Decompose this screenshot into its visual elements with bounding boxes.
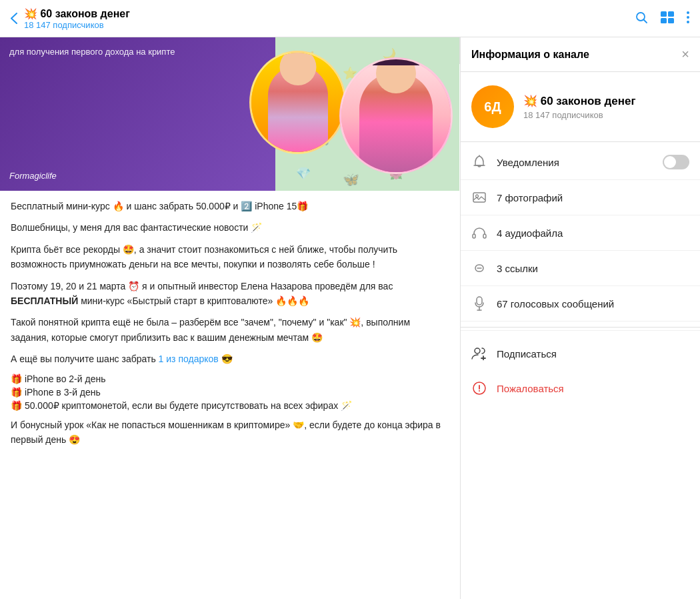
voice-item[interactable]: 67 голосовых сообщений — [461, 286, 700, 322]
main-container: 🍼 ⭐ 🌙 🐠 🌸 ⚡ 🎵 🎀 ✨ 💎 🦋 🌺 для получения пе… — [0, 37, 700, 599]
gift-item-2: 🎁 iPhone в 3-й день — [11, 387, 449, 398]
svg-point-21 — [476, 195, 479, 197]
svg-point-25 — [475, 348, 480, 354]
report-item[interactable]: Пожаловаться — [461, 371, 700, 406]
svg-text:🍼: 🍼 — [296, 50, 315, 68]
svg-text:⚡: ⚡ — [396, 87, 409, 100]
info-panel: Информация о канале × 6Д 💥 60 законов де… — [460, 37, 700, 599]
banner-logo: Formagiclife — [9, 169, 57, 181]
message-2: Волшебницы, у меня для вас фантастически… — [11, 220, 449, 235]
microphone-icon — [471, 295, 487, 312]
photos-item[interactable]: 7 фотографий — [461, 180, 700, 215]
close-button[interactable]: × — [681, 47, 689, 62]
audio-label: 4 аудиофайла — [497, 227, 689, 239]
back-button[interactable] — [11, 13, 17, 24]
channel-subscriber-count: 18 147 подписчиков — [24, 20, 635, 30]
photo-icon — [471, 189, 487, 205]
gift-item-1: 🎁 iPhone во 2-й день — [11, 374, 449, 384]
notifications-item[interactable]: Уведомления — [461, 145, 700, 180]
iphone-text: iPhone — [255, 201, 284, 211]
header-actions — [635, 11, 689, 27]
chat-messages[interactable]: Бесплатный мини-курс 🔥 и шанс забрать 50… — [0, 191, 459, 599]
subscribe-label: Подписаться — [497, 348, 557, 360]
svg-rect-23 — [483, 234, 486, 238]
gifts-list: 🎁 iPhone во 2-й день 🎁 iPhone в 3-й день… — [11, 374, 449, 411]
svg-text:🐠: 🐠 — [303, 91, 319, 107]
link-icon — [471, 260, 487, 276]
svg-text:🎵: 🎵 — [316, 133, 331, 147]
message-6: А ещё вы получите шанс забрать 1 из пода… — [11, 352, 449, 366]
svg-point-6 — [687, 16, 689, 19]
svg-rect-2 — [668, 11, 674, 17]
message-4: Поэтому 19, 20 и 21 марта ⏰ я и опытный … — [11, 279, 449, 309]
svg-text:🦋: 🦋 — [343, 171, 359, 187]
info-panel-title: Информация о канале — [471, 49, 589, 61]
voice-label: 67 голосовых сообщений — [497, 298, 689, 310]
svg-text:🌸: 🌸 — [356, 99, 371, 114]
banner-image: 🍼 ⭐ 🌙 🐠 🌸 ⚡ 🎵 🎀 ✨ 💎 🦋 🌺 для получения пе… — [0, 37, 459, 191]
channel-profile: 6Д 💥 60 законов денег 18 147 подписчиков — [461, 72, 700, 142]
report-icon — [471, 380, 487, 396]
svg-rect-20 — [473, 193, 485, 202]
svg-rect-22 — [473, 234, 475, 238]
action-section: Подписаться Пожаловаться — [461, 330, 700, 411]
svg-text:💎: 💎 — [296, 166, 311, 181]
notifications-toggle[interactable] — [663, 155, 689, 169]
svg-text:⭐: ⭐ — [343, 66, 358, 81]
svg-text:✨: ✨ — [396, 127, 409, 140]
svg-rect-1 — [661, 11, 667, 17]
svg-text:🎀: 🎀 — [363, 137, 381, 155]
notifications-label: Уведомления — [497, 157, 653, 168]
chat-panel: 🍼 ⭐ 🌙 🐠 🌸 ⚡ 🎵 🎀 ✨ 💎 🦋 🌺 для получения пе… — [0, 37, 459, 599]
audio-item[interactable]: 4 аудиофайла — [461, 215, 700, 251]
svg-point-5 — [687, 11, 689, 14]
channel-header-info: 💥 60 законов денег 18 147 подписчиков — [24, 7, 635, 30]
channel-subscribers: 18 147 подписчиков — [523, 110, 636, 120]
banner-top-text: для получения первого дохода на крипте — [9, 45, 175, 59]
app-header: 💥 60 законов денег 18 147 подписчиков — [0, 0, 700, 37]
search-button[interactable] — [635, 11, 648, 27]
svg-rect-24 — [477, 297, 482, 305]
message-3: Крипта бьёт все рекорды 🤩, а значит стои… — [11, 242, 449, 272]
section-divider — [461, 327, 700, 328]
links-item[interactable]: 3 ссылки — [461, 251, 700, 286]
more-button[interactable] — [687, 11, 689, 26]
channel-details: 💥 60 законов денег 18 147 подписчиков — [523, 94, 636, 120]
message-5: Такой понятной крипта ещё не была – разб… — [11, 315, 449, 345]
gift-item-3: 🎁 50.000₽ криптомонетой, если вы будете … — [11, 400, 449, 411]
svg-text:🌺: 🌺 — [389, 167, 403, 180]
layout-button[interactable] — [660, 11, 675, 27]
photos-label: 7 фотографий — [497, 192, 689, 203]
report-label: Пожаловаться — [497, 383, 564, 394]
channel-name: 💥 60 законов денег — [523, 94, 636, 108]
add-person-icon — [471, 346, 487, 362]
svg-point-7 — [687, 21, 689, 23]
channel-title: 💥 60 законов денег — [24, 7, 635, 20]
info-panel-header: Информация о канале × — [461, 37, 700, 72]
subscribe-item[interactable]: Подписаться — [461, 336, 700, 371]
svg-rect-3 — [661, 18, 667, 23]
avatar: 6Д — [471, 85, 514, 128]
svg-point-27 — [479, 390, 480, 392]
message-7: И бонусный урок «Как не попасться мошенн… — [11, 418, 449, 448]
links-label: 3 ссылки — [497, 263, 689, 274]
info-items-list: Уведомления 7 фотографий — [461, 142, 700, 324]
bell-icon — [471, 154, 487, 170]
headphones-icon — [471, 225, 487, 241]
message-1: Бесплатный мини-курс 🔥 и шанс забрать 50… — [11, 199, 449, 213]
svg-text:🌙: 🌙 — [383, 47, 396, 60]
svg-rect-4 — [668, 18, 674, 23]
